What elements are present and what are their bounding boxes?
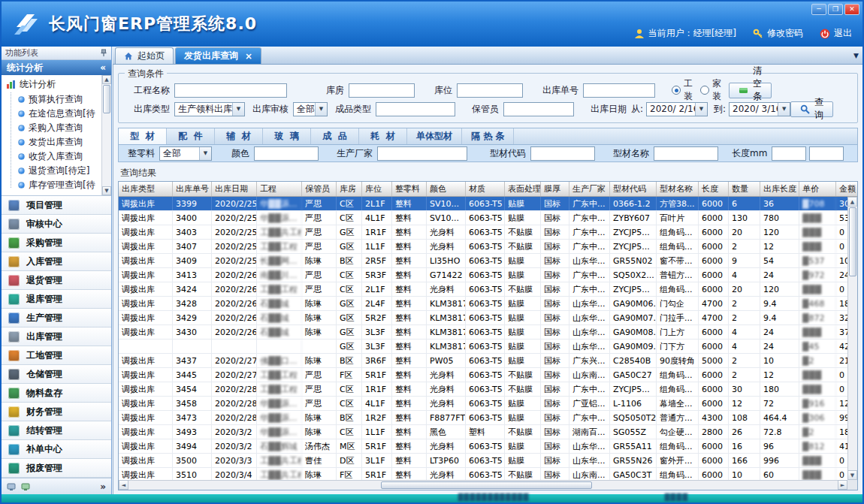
- out-type-select[interactable]: 生产领料出库 ▼: [174, 102, 245, 116]
- length-to-input[interactable]: [809, 146, 844, 161]
- column-header[interactable]: 整零料: [392, 182, 427, 196]
- table-row[interactable]: 调拨出库35002020/3/3工▓▓共工程曹佳D区3L1F整料LT3P6060…: [119, 454, 858, 468]
- material-tab[interactable]: 成 品: [311, 128, 359, 144]
- column-header[interactable]: 型材名称: [657, 182, 699, 196]
- tree-item[interactable]: 采购入库查询: [2, 121, 111, 135]
- tab-outbound-query[interactable]: 发货出库查询 ×: [175, 47, 261, 64]
- material-tab[interactable]: 耗 材: [359, 128, 407, 144]
- close-button[interactable]: ✕: [844, 4, 859, 15]
- column-header[interactable]: 材质: [466, 182, 505, 196]
- column-header[interactable]: 工程: [257, 182, 302, 196]
- table-row[interactable]: 调拨出库34542020/2/28工▓▓工程严思C区1R1F整料光身料6063-…: [119, 382, 858, 397]
- column-header[interactable]: 颜色: [427, 182, 466, 196]
- sidebar-menu-item[interactable]: 补单中心: [2, 440, 111, 459]
- table-row[interactable]: 调拨出库34302020/2/26石▓▓城陈琳G区3L3F整料KLM381760…: [119, 325, 858, 340]
- column-header[interactable]: 出库日期: [212, 182, 257, 196]
- column-header[interactable]: 膜厚: [541, 182, 569, 196]
- table-row[interactable]: 调拨出库34242020/2/26工▓▓工程严思C区2L1F整料光身料6063-…: [119, 282, 858, 297]
- table-row[interactable]: 调拨出库34732020/2/28华▓▓源...陈琳B区1R2F整料F8877F…: [119, 411, 858, 425]
- scroll-left-icon[interactable]: ◄: [119, 480, 128, 490]
- scroll-down-icon[interactable]: ▼: [102, 186, 111, 195]
- profile-code-input[interactable]: [530, 146, 595, 161]
- sidebar-menu-item[interactable]: 物料盘存: [2, 384, 111, 403]
- sidebar-menu-item[interactable]: 审核中心: [2, 215, 111, 234]
- location-input[interactable]: [457, 83, 523, 98]
- sidebar-menu-item[interactable]: 财务管理: [2, 403, 111, 421]
- table-row[interactable]: 调拨出库34072020/2/25工▓▓工程严思G区1L1F整料光身料6063-…: [119, 240, 858, 254]
- table-row[interactable]: 调拨出库34292020/2/26石▓▓城陈琳G区5R2F整料KLM381760…: [119, 311, 858, 325]
- sidebar-menu-item[interactable]: 报废管理: [2, 459, 111, 478]
- material-tab[interactable]: 配 件: [167, 128, 215, 144]
- sidebar-menu-item[interactable]: 退货管理: [2, 271, 111, 290]
- tree-scrollbar[interactable]: ▲ ▼: [101, 75, 111, 195]
- table-row[interactable]: G区3L3F整料KLM38176063-T5贴膜国标山东华...GA90M09.…: [119, 340, 858, 354]
- radio-workwear[interactable]: [672, 86, 681, 95]
- sidebar-menu-item[interactable]: 仓储管理: [2, 365, 111, 384]
- sidebar-menu-item[interactable]: 生产管理: [2, 309, 111, 327]
- sidebar-group-header[interactable]: 统计分析 «: [2, 60, 111, 75]
- column-header[interactable]: 保管员: [302, 182, 337, 196]
- sidebar-menu-item[interactable]: 项目管理: [2, 196, 111, 215]
- column-header[interactable]: 长度: [699, 182, 729, 196]
- scroll-up-icon[interactable]: ▲: [102, 75, 111, 84]
- date-from-select[interactable]: 2020/ 2/16 ▼: [646, 102, 708, 116]
- table-row[interactable]: 调拨出库34002020/2/25华▓▓源...严思C区4L1F整料SV10..…: [119, 211, 858, 225]
- table-row[interactable]: 调拨出库34932020/3/2华▓▓源...陈琳C区1L1F整料黑色塑料不贴膜…: [119, 425, 858, 439]
- search-button[interactable]: 查 询: [790, 101, 833, 117]
- collapse-icon[interactable]: «: [100, 62, 106, 73]
- maximize-button[interactable]: ❐: [828, 4, 843, 15]
- table-row[interactable]: 调拨出库35102020/3/4工▓▓共工程陈琳F区5R1F整料光身料6063-…: [119, 468, 858, 480]
- date-to-select[interactable]: 2020/ 3/16 ▼: [729, 102, 790, 116]
- color-input[interactable]: [254, 146, 319, 161]
- material-tab[interactable]: 辅 材: [215, 128, 263, 144]
- tree-item[interactable]: 收货入库查询: [2, 149, 111, 164]
- column-header[interactable]: 出库类型: [119, 182, 173, 196]
- length-from-input[interactable]: [772, 146, 806, 161]
- horizontal-scroll-thumb[interactable]: [381, 481, 592, 489]
- clear-filters-button[interactable]: 清空条件: [729, 83, 772, 98]
- sidebar-menu-item[interactable]: 工地管理: [2, 346, 111, 365]
- table-row[interactable]: 调拨出库34282020/2/26石▓▓城陈琳G区2L4F整料KLM381760…: [119, 297, 858, 311]
- table-row[interactable]: 调拨出库34582020/2/28华▓▓源...严思C区4L1F整料光身料606…: [119, 397, 858, 411]
- column-header[interactable]: 表面处理: [505, 182, 541, 196]
- tab-overflow-button[interactable]: ▼: [853, 52, 859, 59]
- warehouse-input[interactable]: [349, 83, 415, 98]
- radio-homewear[interactable]: [700, 86, 709, 95]
- sidebar-menu-item[interactable]: 退库管理: [2, 290, 111, 309]
- material-tab[interactable]: 单体型材: [407, 128, 462, 144]
- column-header[interactable]: 出库长度: [760, 182, 799, 196]
- table-row[interactable]: 调拨出库34092020/2/25长▓▓网...陈琳B区2R5F整料LI35HO…: [119, 254, 858, 268]
- sidebar-menu-item[interactable]: 采购管理: [2, 234, 111, 252]
- material-tab[interactable]: 隔 热 条: [462, 128, 514, 144]
- tab-close-icon[interactable]: ×: [245, 51, 252, 62]
- whole-select[interactable]: 全部 ▼: [159, 146, 212, 161]
- horizontal-scrollbar[interactable]: ◄ ►: [119, 480, 847, 490]
- column-header[interactable]: 单价: [799, 182, 836, 196]
- order-no-input[interactable]: [583, 83, 655, 98]
- column-header[interactable]: 库位: [362, 182, 392, 196]
- column-header[interactable]: 生产厂家: [569, 182, 610, 196]
- material-tab[interactable]: 玻 璃: [263, 128, 311, 144]
- monitor-icon[interactable]: [7, 482, 16, 491]
- table-row[interactable]: 调拨出库34032020/2/25工▓▓共工程严思G区1R1F整料光身料6063…: [119, 225, 858, 240]
- expand-icon[interactable]: »: [100, 481, 106, 492]
- tree-scroll-thumb[interactable]: [103, 85, 110, 113]
- change-password-button[interactable]: 修改密码: [767, 27, 803, 40]
- sidebar-menu-item[interactable]: 入库管理: [2, 252, 111, 271]
- column-header[interactable]: 出库单号: [173, 182, 212, 196]
- column-header[interactable]: 库房: [337, 182, 362, 196]
- sidebar-menu-item[interactable]: 出库管理: [2, 327, 111, 346]
- column-header[interactable]: 金额: [836, 182, 858, 196]
- tree-item[interactable]: 库存管理查询[待: [2, 178, 111, 192]
- vertical-scroll-thumb[interactable]: [849, 207, 856, 276]
- table-row[interactable]: 调拨出库34452020/2/27工▓▓工程严思F区5R1F整料光身料6063-…: [119, 368, 858, 382]
- maker-input[interactable]: [377, 146, 467, 161]
- profile-name-input[interactable]: [654, 146, 718, 161]
- column-header[interactable]: 数量: [729, 182, 760, 196]
- tree-item[interactable]: 在途信息查询[待: [2, 107, 111, 121]
- scroll-right-icon[interactable]: ►: [838, 480, 847, 490]
- table-row[interactable]: 调拨出库34132020/2/26南▓▓川...严思C区5R3F整料G71422…: [119, 268, 858, 282]
- keeper-input[interactable]: [503, 102, 574, 116]
- monitor-icon-2[interactable]: [21, 482, 30, 491]
- scroll-up-icon[interactable]: ▲: [847, 197, 857, 207]
